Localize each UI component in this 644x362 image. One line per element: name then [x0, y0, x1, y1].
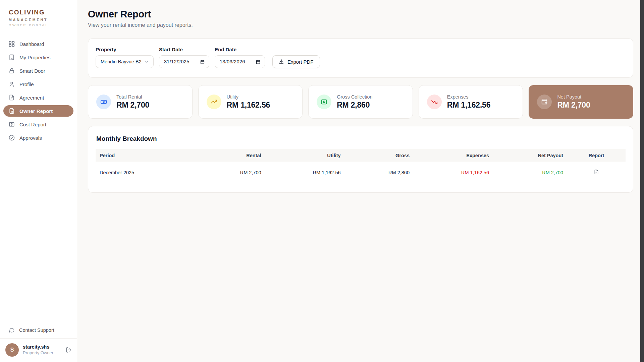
- trending-down-icon: [427, 95, 442, 109]
- sidebar-item-profile[interactable]: Profile: [3, 78, 73, 90]
- scrollbar[interactable]: [640, 0, 644, 362]
- user-name: starcity.shs: [23, 344, 53, 350]
- calendar-icon[interactable]: [200, 59, 205, 64]
- stat-label: Utility: [227, 94, 270, 100]
- sidebar-bottom: Contact Support S starcity.shs Property …: [0, 322, 77, 362]
- property-select[interactable]: Meridin Bayvue B2-19: [96, 55, 154, 68]
- sidebar-item-label: Dashboard: [19, 41, 44, 47]
- chat-bubble-icon: [9, 327, 15, 333]
- col-period: Period: [96, 149, 191, 162]
- monthly-breakdown-card: Monthly Breakdown Period Rental Utility …: [88, 126, 633, 193]
- export-pdf-label: Export PDF: [287, 59, 314, 65]
- sidebar-item-owner-report[interactable]: Owner Report: [3, 105, 73, 117]
- col-utility: Utility: [265, 149, 345, 162]
- col-rental: Rental: [191, 149, 265, 162]
- avatar: S: [5, 343, 19, 357]
- stat-card-gross-collection: Gross Collection RM 2,860: [308, 85, 413, 119]
- main-content: Owner Report View your rental income and…: [77, 0, 644, 362]
- sidebar-item-agreement[interactable]: Agreement: [3, 92, 73, 103]
- dashboard-grid-icon: [8, 41, 15, 47]
- stat-value: RM 1,162.56: [227, 101, 270, 110]
- end-date-group: End Date 13/03/2026: [215, 47, 265, 68]
- cell-rental: RM 2,700: [191, 162, 265, 183]
- user-profile-section[interactable]: S starcity.shs Property Owner: [0, 338, 77, 362]
- end-date-input[interactable]: 13/03/2026: [215, 55, 265, 68]
- stat-label: Expenses: [447, 94, 491, 100]
- sidebar-item-label: Owner Report: [19, 108, 53, 114]
- stat-card-total-rental: Total Rental RM 2,700: [88, 85, 193, 119]
- stat-value: RM 2,860: [337, 101, 372, 110]
- start-date-label: Start Date: [159, 47, 209, 52]
- stats-row: Total Rental RM 2,700 Utility RM 1,162.5…: [88, 85, 633, 119]
- user-icon: [8, 81, 15, 87]
- sidebar-item-label: Smart Door: [19, 68, 45, 74]
- chevron-down-icon: [144, 59, 149, 64]
- stat-text: Utility RM 1,162.56: [227, 94, 270, 110]
- stat-value: RM 2,700: [116, 101, 149, 110]
- cell-period: December 2025: [96, 162, 191, 183]
- sidebar-item-label: Agreement: [19, 95, 44, 101]
- page-title: Owner Report: [88, 9, 633, 20]
- property-label: Property: [96, 47, 154, 52]
- cell-report: [567, 162, 626, 183]
- start-date-value: 31/12/2025: [164, 59, 190, 64]
- user-meta: starcity.shs Property Owner: [23, 344, 53, 356]
- monthly-breakdown-table: Period Rental Utility Gross Expenses Net…: [96, 149, 626, 183]
- stat-card-expenses: Expenses RM 1,162.56: [419, 85, 523, 119]
- user-role: Property Owner: [23, 350, 53, 356]
- sidebar-item-smart-door[interactable]: Smart Door: [3, 65, 73, 76]
- calendar-icon[interactable]: [256, 59, 261, 64]
- col-gross: Gross: [345, 149, 414, 162]
- col-net-payout: Net Payout: [493, 149, 567, 162]
- banknote-icon: [96, 95, 111, 109]
- sidebar-item-label: Profile: [19, 81, 34, 87]
- property-filter-group: Property Meridin Bayvue B2-19: [96, 47, 154, 68]
- dollar-note-icon: [317, 95, 331, 109]
- sidebar-nav: Dashboard My Properties Smart Door Profi…: [0, 33, 77, 149]
- property-select-value: Meridin Bayvue B2-19: [101, 59, 143, 64]
- stat-text: Net Payout RM 2,700: [557, 94, 590, 110]
- stat-card-utility: Utility RM 1,162.56: [198, 85, 303, 119]
- brand-line3: OWNER PORTAL: [9, 23, 68, 27]
- sidebar-item-cost-report[interactable]: Cost Report: [3, 119, 73, 130]
- brand-line2: MANAGEMENT: [9, 18, 68, 22]
- stat-label: Gross Collection: [337, 94, 372, 100]
- logout-icon[interactable]: [65, 347, 71, 353]
- start-date-input[interactable]: 31/12/2025: [159, 55, 209, 68]
- col-report: Report: [567, 149, 626, 162]
- report-file-icon[interactable]: [594, 169, 599, 175]
- cell-net-payout: RM 2,700: [493, 162, 567, 183]
- sidebar-item-label: Approvals: [19, 135, 42, 141]
- sidebar-item-dashboard[interactable]: Dashboard: [3, 38, 73, 50]
- sidebar-item-my-properties[interactable]: My Properties: [3, 52, 73, 63]
- wallet-icon: [537, 95, 552, 109]
- building-icon: [8, 54, 15, 61]
- lock-icon: [8, 67, 15, 74]
- dollar-receipt-icon: [8, 121, 15, 128]
- page-subtitle: View your rental income and payout repor…: [88, 22, 633, 28]
- stat-text: Gross Collection RM 2,860: [337, 94, 372, 110]
- start-date-group: Start Date 31/12/2025: [159, 47, 209, 68]
- file-text-icon: [8, 94, 15, 101]
- sidebar-item-approvals[interactable]: Approvals: [3, 132, 73, 143]
- cell-expenses: RM 1,162.56: [414, 162, 493, 183]
- contact-support-button[interactable]: Contact Support: [0, 322, 77, 338]
- stat-text: Total Rental RM 2,700: [116, 94, 149, 110]
- table-row: December 2025 RM 2,700 RM 1,162.56 RM 2,…: [96, 162, 626, 183]
- cell-gross: RM 2,860: [345, 162, 414, 183]
- col-expenses: Expenses: [414, 149, 493, 162]
- table-header-row: Period Rental Utility Gross Expenses Net…: [96, 149, 626, 162]
- stat-value: RM 1,162.56: [447, 101, 491, 110]
- sidebar: COLIVING MANAGEMENT OWNER PORTAL Dashboa…: [0, 0, 77, 362]
- stat-card-net-payout: Net Payout RM 2,700: [529, 85, 633, 119]
- export-pdf-button[interactable]: Export PDF: [272, 55, 320, 68]
- contact-support-label: Contact Support: [19, 327, 54, 333]
- table-title: Monthly Breakdown: [96, 135, 626, 142]
- trending-up-icon: [207, 95, 221, 109]
- stat-value: RM 2,700: [557, 101, 590, 110]
- download-icon: [279, 59, 284, 64]
- stat-label: Total Rental: [116, 94, 149, 100]
- brand-name: COLIVING: [9, 9, 68, 16]
- end-date-label: End Date: [215, 47, 265, 52]
- stat-label: Net Payout: [557, 94, 590, 100]
